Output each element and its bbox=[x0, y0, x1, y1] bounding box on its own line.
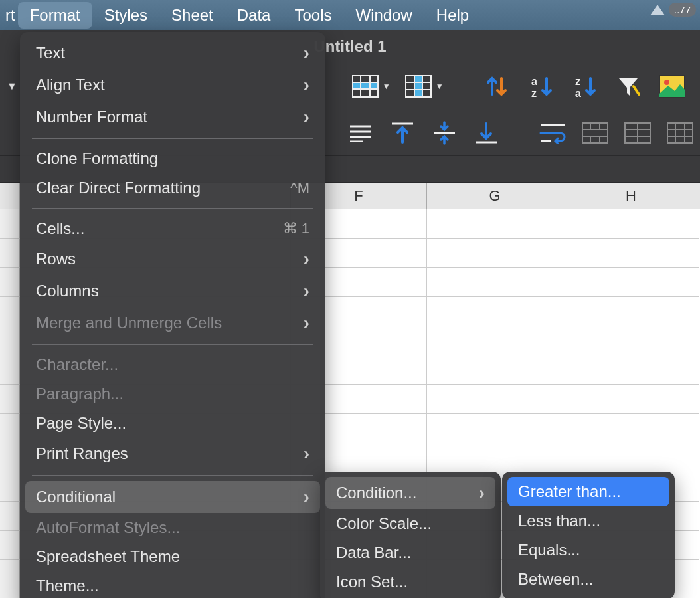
menu-item-label: Rows bbox=[36, 250, 76, 268]
row-header[interactable] bbox=[0, 589, 20, 598]
menu-item-label: Conditional bbox=[36, 488, 116, 506]
conditional-menu-item[interactable]: Data Bar... bbox=[320, 538, 501, 567]
format-menu-item[interactable]: Align Text› bbox=[20, 69, 325, 101]
column-header-g[interactable]: G bbox=[427, 183, 563, 209]
condition-menu-item[interactable]: Less than... bbox=[502, 506, 675, 536]
cell[interactable] bbox=[427, 268, 563, 297]
row-header[interactable] bbox=[0, 443, 20, 472]
row-header[interactable] bbox=[0, 355, 20, 385]
cell[interactable] bbox=[563, 239, 699, 268]
format-menu-item[interactable]: Rows› bbox=[20, 243, 325, 275]
toolbar-column-button[interactable]: ▼ bbox=[405, 75, 444, 98]
row-header[interactable] bbox=[0, 560, 20, 589]
unmerge-cells-icon[interactable] bbox=[667, 118, 693, 148]
row-header[interactable] bbox=[0, 414, 20, 443]
row-header[interactable] bbox=[0, 326, 20, 355]
align-bottom-icon[interactable] bbox=[474, 118, 499, 148]
merge-center-icon[interactable] bbox=[624, 118, 651, 148]
menu-item-label: Spreadsheet Theme bbox=[36, 548, 180, 566]
autofilter-icon[interactable] bbox=[614, 72, 643, 101]
condition-menu-item[interactable]: Greater than... bbox=[507, 477, 669, 506]
format-menu-item[interactable]: Number Format› bbox=[20, 101, 325, 133]
menubar-item-tools[interactable]: Tools bbox=[282, 2, 343, 29]
column-header-h[interactable]: H bbox=[563, 183, 699, 209]
menubar-item-window[interactable]: Window bbox=[344, 2, 424, 29]
menubar-item-help[interactable]: Help bbox=[424, 2, 481, 29]
condition-menu-item[interactable]: Equals... bbox=[502, 536, 675, 565]
row-header[interactable] bbox=[0, 239, 20, 268]
menu-item-label: AutoFormat Styles... bbox=[36, 518, 180, 537]
cell[interactable] bbox=[563, 268, 699, 297]
sort-desc-icon[interactable]: za bbox=[570, 72, 599, 101]
sort-asc-icon[interactable]: az bbox=[526, 72, 555, 101]
align-justify-icon[interactable] bbox=[348, 118, 374, 148]
format-menu-item[interactable]: Text› bbox=[20, 37, 325, 69]
format-menu-item[interactable]: Page Style... bbox=[20, 409, 325, 438]
format-menu-item[interactable]: Print Ranges› bbox=[20, 438, 325, 470]
sort-icon[interactable] bbox=[482, 72, 511, 101]
insert-image-icon[interactable] bbox=[657, 72, 687, 101]
row-header[interactable] bbox=[0, 268, 20, 297]
conditional-menu-item[interactable]: Icon Set... bbox=[320, 567, 501, 597]
merge-cells-icon[interactable] bbox=[582, 118, 608, 148]
format-menu-item[interactable]: Spreadsheet Theme bbox=[20, 542, 325, 571]
row-header[interactable] bbox=[0, 531, 20, 560]
format-menu-item[interactable]: Theme... bbox=[20, 571, 325, 598]
menubar-item-insert-cut[interactable]: rt bbox=[5, 2, 18, 29]
condition-menu-item[interactable]: Between... bbox=[502, 565, 675, 594]
menu-item-label: Color Scale... bbox=[336, 514, 432, 533]
select-all-corner[interactable] bbox=[0, 183, 20, 209]
svg-rect-34 bbox=[667, 123, 693, 143]
format-menu-item[interactable]: Cells...⌘ 1 bbox=[20, 214, 325, 243]
cell[interactable] bbox=[427, 385, 563, 414]
menu-item-label: Columns bbox=[36, 282, 99, 300]
format-menu-item[interactable]: Clear Direct Formatting^M bbox=[20, 173, 325, 203]
align-top-icon[interactable] bbox=[390, 118, 416, 148]
menu-item-label: Cells... bbox=[36, 219, 84, 238]
row-header[interactable] bbox=[0, 385, 20, 414]
toolbar-row-button[interactable]: ▼ bbox=[352, 75, 391, 98]
cell[interactable] bbox=[563, 209, 699, 239]
menubar-item-data[interactable]: Data bbox=[225, 2, 283, 29]
cell[interactable] bbox=[427, 443, 563, 472]
cell[interactable] bbox=[563, 443, 699, 472]
menu-item-label: Less than... bbox=[518, 512, 600, 530]
menu-item-label: Greater than... bbox=[518, 482, 621, 501]
cell[interactable] bbox=[563, 326, 699, 355]
cell[interactable] bbox=[563, 355, 699, 385]
menubar-item-sheet[interactable]: Sheet bbox=[159, 2, 225, 29]
cell[interactable] bbox=[563, 297, 699, 326]
menu-item-label: Theme... bbox=[36, 577, 99, 595]
menubar-item-format[interactable]: Format bbox=[18, 2, 92, 29]
menu-item-label: Merge and Unmerge Cells bbox=[36, 314, 222, 332]
menubar-status-badge[interactable]: ..77 bbox=[649, 3, 696, 17]
wrap-text-icon[interactable] bbox=[539, 118, 566, 148]
format-menu-item[interactable]: Conditional› bbox=[25, 481, 320, 513]
cell[interactable] bbox=[427, 297, 563, 326]
cell[interactable] bbox=[427, 209, 563, 239]
menubar-item-styles[interactable]: Styles bbox=[92, 2, 159, 29]
row-header[interactable] bbox=[0, 502, 20, 531]
row-header[interactable] bbox=[0, 209, 20, 239]
cell[interactable] bbox=[427, 355, 563, 385]
toolbar-dropdown-arrow[interactable]: ▼ bbox=[7, 80, 17, 92]
row-header[interactable] bbox=[0, 297, 20, 326]
cell[interactable] bbox=[427, 414, 563, 443]
cell[interactable] bbox=[563, 385, 699, 414]
conditional-menu-item[interactable]: Condition...› bbox=[325, 477, 495, 509]
menu-item-label: Clear Direct Formatting bbox=[36, 179, 201, 197]
cell[interactable] bbox=[427, 326, 563, 355]
chevron-right-icon: › bbox=[304, 43, 309, 64]
align-middle-icon[interactable] bbox=[432, 118, 458, 148]
format-menu: Text›Align Text›Number Format›Clone Form… bbox=[20, 32, 325, 598]
conditional-menu-item[interactable]: Color Scale... bbox=[320, 509, 501, 538]
menu-item-label: Character... bbox=[36, 355, 118, 374]
row-header[interactable] bbox=[0, 472, 20, 502]
cell[interactable] bbox=[427, 239, 563, 268]
format-menu-item[interactable]: Clone Formatting bbox=[20, 144, 325, 173]
format-menu-item: Character... bbox=[20, 350, 325, 379]
cell[interactable] bbox=[563, 414, 699, 443]
format-menu-item: Merge and Unmerge Cells› bbox=[20, 307, 325, 339]
format-menu-item[interactable]: Columns› bbox=[20, 275, 325, 307]
svg-text:a: a bbox=[531, 76, 537, 87]
